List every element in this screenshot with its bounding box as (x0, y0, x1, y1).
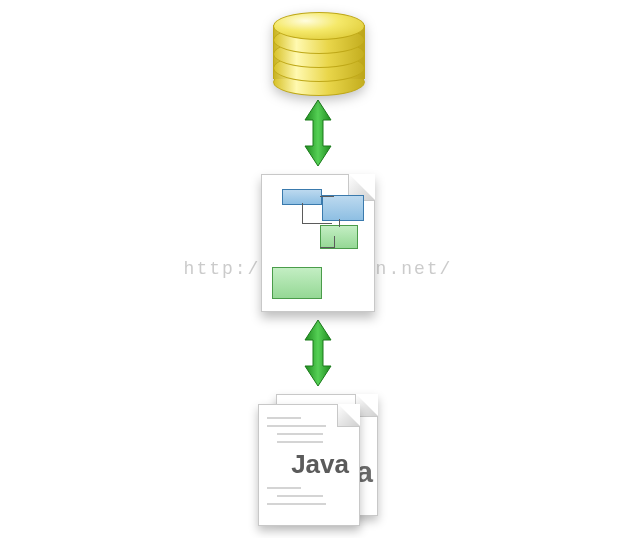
database-icon (273, 12, 363, 92)
bidirectional-arrow-icon (301, 98, 335, 168)
uml-diagram-content (272, 189, 364, 299)
svg-marker-1 (305, 320, 331, 386)
java-label: Java (291, 449, 349, 480)
diagram-canvas: http://blog.csdn.net/ (0, 0, 636, 538)
java-source-icon: a Java (258, 394, 378, 524)
bidirectional-arrow-icon (301, 318, 335, 388)
mapping-document-icon (261, 174, 375, 312)
svg-marker-0 (305, 100, 331, 166)
vertical-stack: a Java (258, 12, 378, 524)
